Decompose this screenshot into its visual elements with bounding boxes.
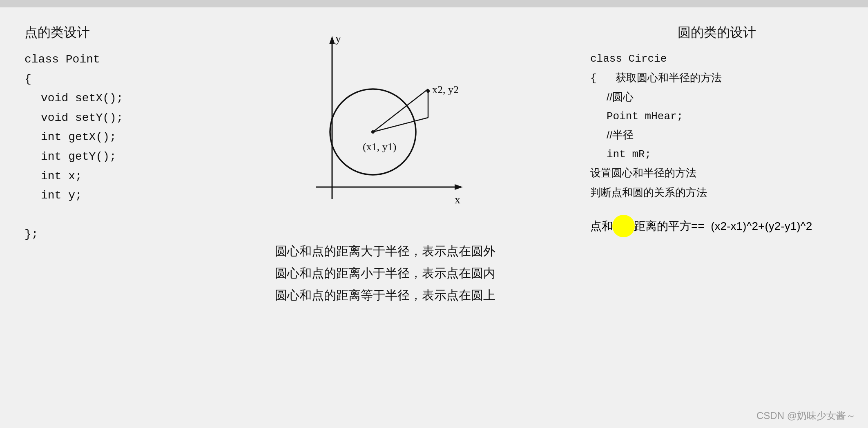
center-panel: y x (x1, y1) x2, y2 [188, 20, 582, 416]
right-code-line-8: 判断点和圆的关系的方法 [590, 183, 843, 203]
svg-text:y: y [335, 32, 341, 45]
watermark: CSDN @奶味少女酱～ [756, 409, 856, 422]
svg-line-8 [373, 118, 428, 132]
code-line-3: void setX(); [25, 89, 180, 108]
svg-text:x2, y2: x2, y2 [432, 84, 459, 96]
formula-prefix: 点和 [590, 218, 613, 234]
svg-text:(x1, y1): (x1, y1) [363, 141, 396, 153]
code-line-7: int x; [25, 167, 180, 186]
left-title: 点的类设计 [25, 24, 180, 42]
svg-point-13 [426, 89, 430, 93]
bottom-text-3: 圆心和点的距离等于半径，表示点在圆上 [275, 284, 495, 306]
left-code-block: class Point { void setX(); void setY(); … [25, 50, 180, 244]
svg-point-12 [371, 130, 375, 134]
right-code-line-1: class Circie [590, 50, 843, 69]
right-code-line-3: //圆心 [590, 88, 843, 107]
svg-text:x: x [455, 193, 460, 206]
code-line-10: }; [25, 225, 180, 244]
code-line-5: int getX(); [25, 127, 180, 147]
code-line-8: int y; [25, 186, 180, 205]
code-line-9 [25, 205, 180, 225]
content-area: 点的类设计 class Point { void setX(); void se… [0, 7, 868, 428]
bottom-text-1: 圆心和点的距离大于半径，表示点在圆外 [275, 240, 495, 262]
top-bar [0, 0, 868, 7]
diagram-container: y x (x1, y1) x2, y2 [283, 28, 487, 224]
svg-marker-3 [455, 184, 463, 190]
right-code-line-2: { 获取圆心和半径的方法 [590, 69, 843, 88]
code-line-1: class Point [25, 50, 180, 69]
svg-marker-1 [329, 36, 335, 44]
code-line-4: void setY(); [25, 108, 180, 128]
formula-suffix: 距离的平方== (x2-x1)^2+(y2-y1)^2 [634, 218, 812, 234]
bottom-text-block: 圆心和点的距离大于半径，表示点在圆外 圆心和点的距离小于半径，表示点在圆内 圆心… [275, 240, 495, 306]
coordinate-diagram: y x (x1, y1) x2, y2 [283, 28, 487, 224]
formula-block: 点和距离的平方== (x2-x1)^2+(y2-y1)^2 [590, 215, 843, 237]
code-line-6: int getY(); [25, 147, 180, 167]
code-line-2: { [25, 69, 180, 89]
right-code-line-6: int mR; [590, 145, 843, 164]
highlight-annotation [612, 215, 635, 237]
right-code-line-4: Point mHear; [590, 107, 843, 126]
left-panel: 点的类设计 class Point { void setX(); void se… [16, 20, 188, 416]
bottom-text-2: 圆心和点的距离小于半径，表示点在圆内 [275, 262, 495, 284]
right-panel: 圆的类的设计 class Circie { 获取圆心和半径的方法 //圆心 Po… [582, 20, 852, 416]
right-title: 圆的类的设计 [590, 24, 843, 42]
right-code-block: class Circie { 获取圆心和半径的方法 //圆心 Point mHe… [590, 50, 843, 203]
svg-line-7 [373, 89, 428, 132]
right-code-line-5: //半径 [590, 126, 843, 145]
right-code-line-7: 设置圆心和半径的方法 [590, 164, 843, 183]
